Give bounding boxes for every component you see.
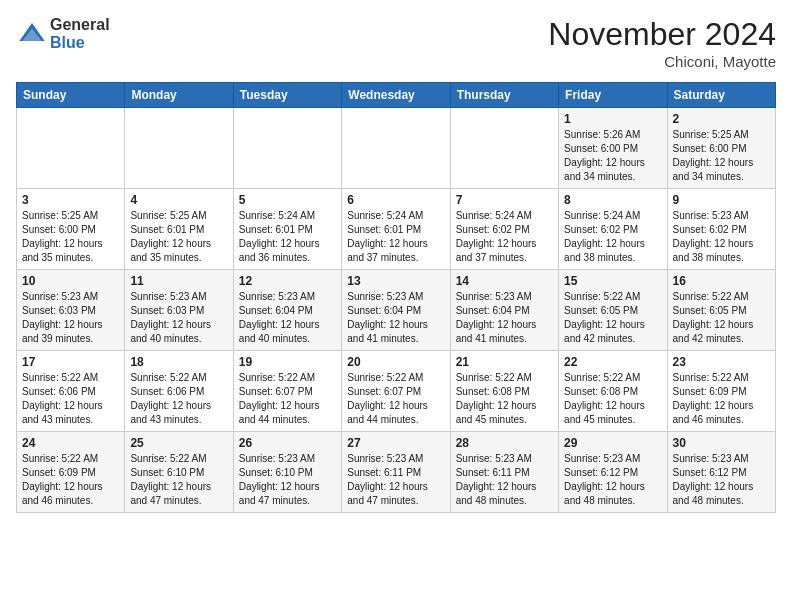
weekday-header-thursday: Thursday [450, 83, 558, 108]
day-info: Sunrise: 5:23 AM Sunset: 6:04 PM Dayligh… [239, 290, 336, 346]
calendar-cell: 1Sunrise: 5:26 AM Sunset: 6:00 PM Daylig… [559, 108, 667, 189]
calendar-cell: 4Sunrise: 5:25 AM Sunset: 6:01 PM Daylig… [125, 189, 233, 270]
day-number: 18 [130, 355, 227, 369]
day-info: Sunrise: 5:22 AM Sunset: 6:07 PM Dayligh… [239, 371, 336, 427]
weekday-header-monday: Monday [125, 83, 233, 108]
calendar-cell: 22Sunrise: 5:22 AM Sunset: 6:08 PM Dayli… [559, 351, 667, 432]
day-info: Sunrise: 5:25 AM Sunset: 6:00 PM Dayligh… [673, 128, 770, 184]
weekday-header-tuesday: Tuesday [233, 83, 341, 108]
month-title: November 2024 [548, 16, 776, 53]
calendar-week-row: 17Sunrise: 5:22 AM Sunset: 6:06 PM Dayli… [17, 351, 776, 432]
calendar-cell: 13Sunrise: 5:23 AM Sunset: 6:04 PM Dayli… [342, 270, 450, 351]
day-number: 22 [564, 355, 661, 369]
day-number: 7 [456, 193, 553, 207]
calendar-cell: 14Sunrise: 5:23 AM Sunset: 6:04 PM Dayli… [450, 270, 558, 351]
calendar-cell: 25Sunrise: 5:22 AM Sunset: 6:10 PM Dayli… [125, 432, 233, 513]
calendar-week-row: 10Sunrise: 5:23 AM Sunset: 6:03 PM Dayli… [17, 270, 776, 351]
day-number: 15 [564, 274, 661, 288]
day-number: 12 [239, 274, 336, 288]
day-number: 2 [673, 112, 770, 126]
logo-blue: Blue [50, 34, 85, 51]
day-number: 26 [239, 436, 336, 450]
weekday-header-saturday: Saturday [667, 83, 775, 108]
day-number: 5 [239, 193, 336, 207]
day-number: 4 [130, 193, 227, 207]
day-number: 27 [347, 436, 444, 450]
day-number: 6 [347, 193, 444, 207]
day-number: 25 [130, 436, 227, 450]
day-info: Sunrise: 5:25 AM Sunset: 6:01 PM Dayligh… [130, 209, 227, 265]
calendar-cell: 9Sunrise: 5:23 AM Sunset: 6:02 PM Daylig… [667, 189, 775, 270]
calendar-cell: 5Sunrise: 5:24 AM Sunset: 6:01 PM Daylig… [233, 189, 341, 270]
calendar-cell: 26Sunrise: 5:23 AM Sunset: 6:10 PM Dayli… [233, 432, 341, 513]
day-info: Sunrise: 5:24 AM Sunset: 6:01 PM Dayligh… [347, 209, 444, 265]
calendar-cell: 28Sunrise: 5:23 AM Sunset: 6:11 PM Dayli… [450, 432, 558, 513]
day-info: Sunrise: 5:23 AM Sunset: 6:10 PM Dayligh… [239, 452, 336, 508]
calendar-cell [233, 108, 341, 189]
day-number: 8 [564, 193, 661, 207]
calendar-cell: 17Sunrise: 5:22 AM Sunset: 6:06 PM Dayli… [17, 351, 125, 432]
day-info: Sunrise: 5:24 AM Sunset: 6:02 PM Dayligh… [564, 209, 661, 265]
day-info: Sunrise: 5:22 AM Sunset: 6:06 PM Dayligh… [22, 371, 119, 427]
title-area: November 2024 Chiconi, Mayotte [548, 16, 776, 70]
calendar-cell: 21Sunrise: 5:22 AM Sunset: 6:08 PM Dayli… [450, 351, 558, 432]
calendar-week-row: 3Sunrise: 5:25 AM Sunset: 6:00 PM Daylig… [17, 189, 776, 270]
day-info: Sunrise: 5:23 AM Sunset: 6:04 PM Dayligh… [347, 290, 444, 346]
calendar-cell: 16Sunrise: 5:22 AM Sunset: 6:05 PM Dayli… [667, 270, 775, 351]
day-number: 1 [564, 112, 661, 126]
weekday-header-sunday: Sunday [17, 83, 125, 108]
calendar-week-row: 24Sunrise: 5:22 AM Sunset: 6:09 PM Dayli… [17, 432, 776, 513]
calendar-cell: 19Sunrise: 5:22 AM Sunset: 6:07 PM Dayli… [233, 351, 341, 432]
day-info: Sunrise: 5:22 AM Sunset: 6:05 PM Dayligh… [564, 290, 661, 346]
day-info: Sunrise: 5:22 AM Sunset: 6:09 PM Dayligh… [673, 371, 770, 427]
calendar-cell: 2Sunrise: 5:25 AM Sunset: 6:00 PM Daylig… [667, 108, 775, 189]
calendar-cell: 27Sunrise: 5:23 AM Sunset: 6:11 PM Dayli… [342, 432, 450, 513]
calendar-cell: 7Sunrise: 5:24 AM Sunset: 6:02 PM Daylig… [450, 189, 558, 270]
calendar-cell: 15Sunrise: 5:22 AM Sunset: 6:05 PM Dayli… [559, 270, 667, 351]
day-info: Sunrise: 5:23 AM Sunset: 6:11 PM Dayligh… [456, 452, 553, 508]
calendar-cell: 30Sunrise: 5:23 AM Sunset: 6:12 PM Dayli… [667, 432, 775, 513]
day-info: Sunrise: 5:24 AM Sunset: 6:02 PM Dayligh… [456, 209, 553, 265]
weekday-header-row: SundayMondayTuesdayWednesdayThursdayFrid… [17, 83, 776, 108]
weekday-header-wednesday: Wednesday [342, 83, 450, 108]
calendar-cell: 24Sunrise: 5:22 AM Sunset: 6:09 PM Dayli… [17, 432, 125, 513]
day-number: 14 [456, 274, 553, 288]
weekday-header-friday: Friday [559, 83, 667, 108]
day-info: Sunrise: 5:22 AM Sunset: 6:07 PM Dayligh… [347, 371, 444, 427]
calendar-cell [450, 108, 558, 189]
day-info: Sunrise: 5:23 AM Sunset: 6:12 PM Dayligh… [564, 452, 661, 508]
day-number: 13 [347, 274, 444, 288]
calendar-cell: 23Sunrise: 5:22 AM Sunset: 6:09 PM Dayli… [667, 351, 775, 432]
day-info: Sunrise: 5:22 AM Sunset: 6:08 PM Dayligh… [564, 371, 661, 427]
day-info: Sunrise: 5:23 AM Sunset: 6:11 PM Dayligh… [347, 452, 444, 508]
calendar-cell: 18Sunrise: 5:22 AM Sunset: 6:06 PM Dayli… [125, 351, 233, 432]
day-number: 20 [347, 355, 444, 369]
day-number: 16 [673, 274, 770, 288]
calendar-cell: 8Sunrise: 5:24 AM Sunset: 6:02 PM Daylig… [559, 189, 667, 270]
calendar-week-row: 1Sunrise: 5:26 AM Sunset: 6:00 PM Daylig… [17, 108, 776, 189]
day-info: Sunrise: 5:24 AM Sunset: 6:01 PM Dayligh… [239, 209, 336, 265]
calendar-cell: 10Sunrise: 5:23 AM Sunset: 6:03 PM Dayli… [17, 270, 125, 351]
day-number: 28 [456, 436, 553, 450]
day-number: 11 [130, 274, 227, 288]
calendar-cell: 3Sunrise: 5:25 AM Sunset: 6:00 PM Daylig… [17, 189, 125, 270]
calendar-cell: 20Sunrise: 5:22 AM Sunset: 6:07 PM Dayli… [342, 351, 450, 432]
day-info: Sunrise: 5:22 AM Sunset: 6:10 PM Dayligh… [130, 452, 227, 508]
day-number: 30 [673, 436, 770, 450]
logo: General Blue [16, 16, 110, 51]
day-info: Sunrise: 5:23 AM Sunset: 6:03 PM Dayligh… [130, 290, 227, 346]
calendar-cell [17, 108, 125, 189]
day-info: Sunrise: 5:22 AM Sunset: 6:09 PM Dayligh… [22, 452, 119, 508]
day-info: Sunrise: 5:23 AM Sunset: 6:12 PM Dayligh… [673, 452, 770, 508]
logo-general: General [50, 16, 110, 33]
day-number: 23 [673, 355, 770, 369]
day-number: 9 [673, 193, 770, 207]
day-number: 19 [239, 355, 336, 369]
day-number: 29 [564, 436, 661, 450]
day-info: Sunrise: 5:25 AM Sunset: 6:00 PM Dayligh… [22, 209, 119, 265]
calendar-page: General Blue November 2024 Chiconi, Mayo… [0, 0, 792, 525]
calendar-cell [125, 108, 233, 189]
day-info: Sunrise: 5:23 AM Sunset: 6:02 PM Dayligh… [673, 209, 770, 265]
day-info: Sunrise: 5:22 AM Sunset: 6:08 PM Dayligh… [456, 371, 553, 427]
calendar-cell: 11Sunrise: 5:23 AM Sunset: 6:03 PM Dayli… [125, 270, 233, 351]
